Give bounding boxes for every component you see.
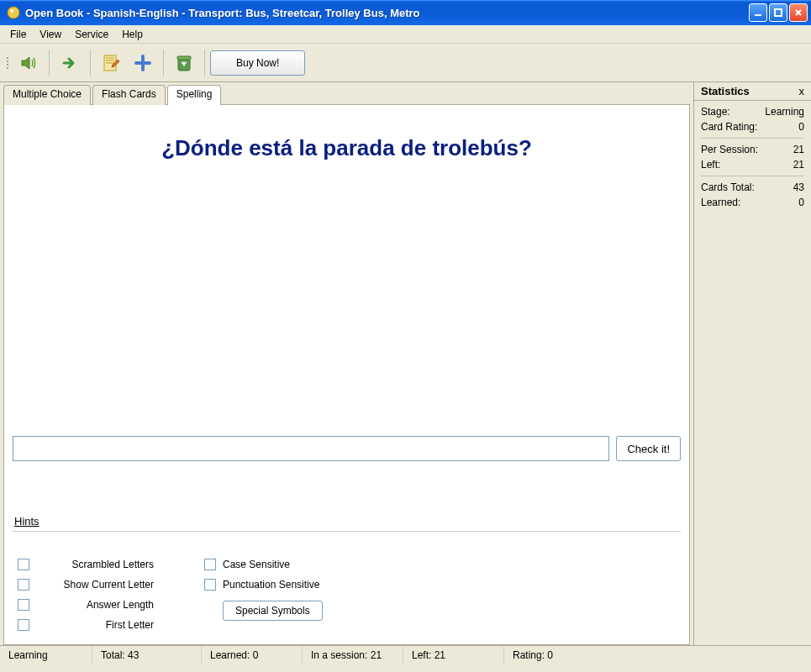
- show-current-letter-label: Show Current Letter: [36, 579, 154, 591]
- case-sensitive-checkbox[interactable]: [204, 559, 216, 570]
- buy-now-button[interactable]: Buy Now!: [210, 50, 305, 76]
- window-title: Open Book - Spanish-English - Transport:…: [24, 7, 749, 19]
- svg-point-1: [10, 9, 13, 13]
- window-controls: [749, 3, 808, 22]
- menu-help[interactable]: Help: [115, 27, 150, 42]
- status-in-session: In a session: 21: [303, 646, 403, 664]
- hints-header[interactable]: Hints: [13, 512, 681, 532]
- toolbar-separator: [163, 50, 164, 76]
- scrambled-letters-label: Scrambled Letters: [36, 559, 154, 570]
- cards-total-label: Cards Total:: [701, 181, 755, 193]
- status-left: Left: 21: [403, 646, 504, 664]
- status-rating: Rating: 0: [504, 646, 811, 664]
- status-learned: Learned: 0: [202, 646, 303, 664]
- first-letter-checkbox[interactable]: [18, 619, 29, 631]
- minimize-button[interactable]: [749, 3, 767, 22]
- first-letter-label: First Letter: [36, 619, 154, 631]
- tab-multiple-choice[interactable]: Multiple Choice: [3, 85, 91, 105]
- toolbar-grip: [5, 48, 10, 78]
- special-symbols-button[interactable]: Special Symbols: [223, 601, 323, 621]
- menu-service[interactable]: Service: [68, 27, 115, 42]
- close-button[interactable]: [789, 3, 808, 22]
- stage-value: Learning: [765, 106, 804, 118]
- answer-length-label: Answer Length: [36, 599, 154, 611]
- punctuation-sensitive-checkbox[interactable]: [204, 579, 216, 591]
- next-button[interactable]: [55, 48, 85, 78]
- recycle-button[interactable]: [169, 48, 199, 78]
- toolbar-separator: [90, 50, 91, 76]
- statusbar: Learning Total: 43 Learned: 0 In a sessi…: [0, 645, 811, 664]
- svg-rect-2: [755, 14, 761, 16]
- status-stage: Learning: [0, 646, 92, 664]
- stage-label: Stage:: [701, 106, 730, 118]
- menubar: File View Service Help: [0, 25, 811, 44]
- app-icon: [7, 6, 20, 19]
- hints-body: Scrambled Letters Show Current Letter An…: [13, 533, 681, 636]
- left-label: Left:: [701, 159, 720, 171]
- answer-length-checkbox[interactable]: [18, 599, 29, 611]
- tabstrip: Multiple Choice Flash Cards Spelling: [3, 84, 690, 104]
- maximize-button[interactable]: [769, 3, 787, 22]
- svg-point-0: [8, 7, 19, 18]
- tab-flash-cards[interactable]: Flash Cards: [92, 85, 166, 105]
- cards-total-value: 43: [793, 181, 804, 193]
- question-text: ¿Dónde está la parada de trolebús?: [13, 135, 681, 161]
- statistics-panel: Statistics x Stage:Learning Card Rating:…: [693, 82, 811, 645]
- titlebar: Open Book - Spanish-English - Transport:…: [0, 0, 811, 25]
- show-current-letter-checkbox[interactable]: [18, 579, 29, 591]
- menu-view[interactable]: View: [33, 27, 68, 42]
- card-rating-value: 0: [798, 121, 804, 133]
- sound-button[interactable]: [13, 48, 44, 78]
- answer-input[interactable]: [13, 436, 609, 461]
- svg-rect-3: [775, 9, 782, 16]
- scrambled-letters-checkbox[interactable]: [18, 559, 29, 570]
- spelling-panel: ¿Dónde está la parada de trolebús? Check…: [3, 104, 690, 645]
- learned-label: Learned:: [701, 197, 740, 208]
- menu-file[interactable]: File: [3, 27, 33, 42]
- tab-spelling[interactable]: Spelling: [167, 85, 222, 105]
- main-area: Multiple Choice Flash Cards Spelling ¿Dó…: [0, 82, 693, 645]
- per-session-value: 21: [793, 144, 804, 155]
- toolbar: Buy Now!: [0, 44, 811, 82]
- edit-button[interactable]: [96, 48, 126, 78]
- svg-rect-6: [177, 56, 191, 60]
- learned-value: 0: [798, 197, 804, 208]
- statistics-close-button[interactable]: x: [799, 85, 805, 97]
- statistics-title: Statistics: [701, 85, 750, 97]
- add-button[interactable]: [128, 48, 158, 78]
- per-session-label: Per Session:: [701, 144, 758, 155]
- toolbar-separator: [49, 50, 50, 76]
- punctuation-sensitive-label: Punctuation Sensitive: [223, 579, 319, 591]
- status-total: Total: 43: [92, 646, 202, 664]
- toolbar-separator: [204, 50, 205, 76]
- case-sensitive-label: Case Sensitive: [223, 559, 290, 570]
- card-rating-label: Card Rating:: [701, 121, 757, 133]
- check-button[interactable]: Check it!: [616, 436, 681, 461]
- left-value: 21: [793, 159, 804, 171]
